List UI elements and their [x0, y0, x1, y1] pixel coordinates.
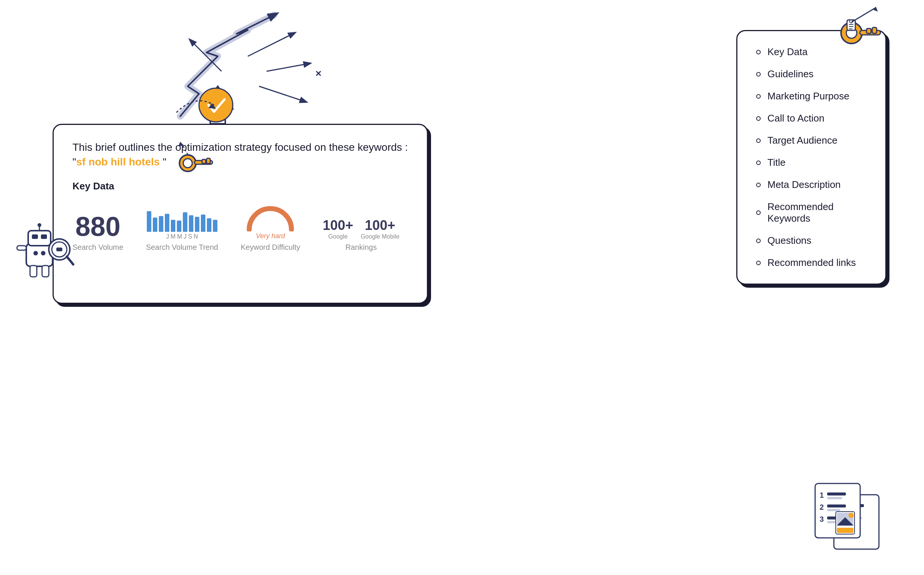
svg-rect-63 [837, 528, 854, 533]
month-n: N [194, 233, 198, 240]
menu-dot [756, 94, 761, 98]
rankings-values: 100+ Google 100+ Google Mobile [323, 218, 400, 240]
svg-rect-14 [202, 159, 206, 164]
menu-item-label: Guidelines [768, 68, 814, 80]
svg-marker-9 [209, 103, 216, 109]
trend-label: Search Volume Trend [146, 243, 218, 252]
menu-item-cta[interactable]: Call to Action [756, 113, 867, 124]
menu-item-label: Meta Description [768, 179, 841, 191]
svg-rect-56 [827, 509, 840, 511]
svg-line-3 [191, 41, 221, 71]
svg-rect-40 [42, 265, 49, 277]
svg-rect-37 [17, 246, 26, 250]
svg-rect-39 [30, 265, 37, 277]
document-illustration: 1 2 3 [811, 476, 886, 553]
svg-point-8 [199, 88, 233, 122]
svg-text:×: × [315, 68, 322, 79]
menu-dot [756, 238, 761, 243]
difficulty-metric: Very hard Keyword Difficulty [241, 203, 300, 252]
bar-6 [177, 221, 182, 232]
menu-item-questions[interactable]: Questions [756, 235, 867, 246]
svg-rect-25 [872, 27, 877, 33]
menu-dot [756, 138, 761, 143]
svg-line-15 [182, 145, 188, 154]
bar-8 [189, 215, 193, 232]
menu-item-title[interactable]: Title [756, 157, 867, 168]
menu-dot [756, 210, 761, 215]
menu-item-audience[interactable]: Target Audience [756, 135, 867, 146]
svg-point-36 [41, 251, 45, 256]
menu-item-label: Recommended Keywords [768, 201, 867, 224]
google-ranking-value: 100+ [323, 218, 353, 233]
key-icon-menu [836, 5, 882, 50]
key-icon-main-area [177, 139, 214, 178]
menu-items-container: Key Data Guidelines Marketing Purpose Ca… [756, 46, 867, 268]
svg-line-5 [266, 64, 308, 71]
svg-line-4 [248, 34, 293, 56]
svg-marker-2 [203, 86, 233, 124]
rankings-metric: 100+ Google 100+ Google Mobile Rankings [323, 218, 400, 252]
doc-svg: 1 2 3 [811, 476, 886, 551]
bar-7 [183, 212, 187, 232]
svg-point-34 [38, 223, 41, 227]
bar-1 [147, 211, 151, 232]
menu-item-label: Marketing Purpose [768, 91, 849, 102]
bar-5 [171, 220, 175, 232]
menu-item-label: Recommended links [768, 257, 856, 268]
menu-card: Key Data Guidelines Marketing Purpose Ca… [736, 30, 886, 285]
menu-dot [756, 260, 761, 265]
month-s: S [188, 233, 192, 240]
menu-item-label: Title [768, 157, 785, 168]
search-volume-label: Search Volume [72, 243, 124, 252]
svg-text:3: 3 [820, 515, 824, 523]
svg-rect-13 [207, 158, 210, 164]
svg-text:2: 2 [820, 503, 824, 511]
svg-rect-55 [827, 505, 846, 507]
trend-illustration: × [143, 11, 338, 127]
search-volume-metric: 880 Search Volume [72, 213, 124, 252]
brief-text: This brief outlines the optimization str… [72, 140, 408, 169]
menu-dot [756, 116, 761, 121]
menu-item-guidelines[interactable]: Guidelines [756, 68, 867, 80]
bar-labels: J M M J S N [166, 233, 198, 240]
month-m1: M [170, 233, 175, 240]
difficulty-label: Keyword Difficulty [241, 243, 300, 252]
svg-rect-31 [32, 234, 38, 239]
svg-line-43 [67, 257, 73, 264]
svg-marker-16 [178, 142, 184, 146]
menu-item-links[interactable]: Recommended links [756, 257, 867, 268]
menu-item-keywords[interactable]: Recommended Keywords [756, 201, 867, 224]
bar-10 [201, 214, 206, 232]
svg-point-35 [33, 251, 38, 256]
google-ranking-label: Google [328, 233, 348, 240]
menu-item-marketing[interactable]: Marketing Purpose [756, 91, 867, 102]
trend-bar-chart [147, 205, 217, 232]
metrics-row: 880 Search Volume J M M [72, 203, 408, 252]
svg-rect-44 [56, 248, 62, 251]
svg-rect-32 [41, 234, 47, 239]
month-j2: J [183, 233, 186, 240]
bar-4 [165, 214, 169, 232]
svg-point-11 [183, 159, 192, 168]
bar-2 [153, 218, 157, 232]
svg-line-27 [852, 9, 874, 22]
key-icon-main [177, 139, 214, 176]
main-content-card: This brief outlines the optimization str… [53, 124, 428, 304]
menu-dot [756, 160, 761, 165]
menu-item-meta[interactable]: Meta Description [756, 179, 867, 191]
svg-marker-28 [872, 7, 878, 12]
difficulty-gauge [244, 203, 296, 232]
svg-text:1: 1 [820, 491, 824, 499]
rankings-label: Rankings [346, 243, 377, 252]
google-ranking: 100+ Google [323, 218, 353, 240]
robot-svg [15, 221, 75, 285]
svg-line-6 [259, 86, 304, 101]
menu-item-label: Questions [768, 235, 811, 246]
menu-item-label: Key Data [768, 46, 808, 58]
difficulty-level: Very hard [256, 232, 285, 240]
bar-12 [213, 220, 217, 232]
robot-illustration [15, 221, 75, 287]
month-m2: M [177, 233, 182, 240]
mobile-ranking: 100+ Google Mobile [361, 218, 400, 240]
menu-dot [756, 183, 761, 187]
